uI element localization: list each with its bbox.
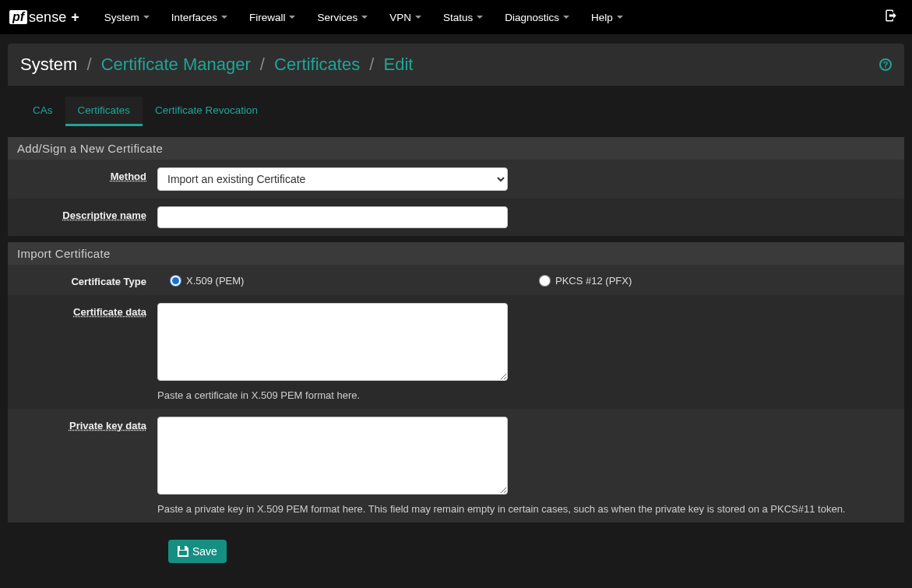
label-key-data: Private key data [17, 417, 157, 431]
breadcrumb-bar: System / Certificate Manager / Certifica… [8, 44, 904, 86]
row-key-data: Private key data Paste a private key in … [8, 409, 904, 523]
nav-item-status[interactable]: Status [432, 2, 494, 33]
nav-label: Diagnostics [505, 12, 559, 23]
crumb-system[interactable]: System [20, 55, 77, 74]
radio-pem-input[interactable] [170, 275, 181, 287]
crumb-cert-manager[interactable]: Certificate Manager [101, 55, 251, 74]
tab-revocation[interactable]: Certificate Revocation [143, 97, 270, 126]
nav-label: Help [591, 12, 613, 23]
logo-plus: + [71, 9, 79, 26]
crumb-sep: / [260, 55, 265, 74]
nav-item-diagnostics[interactable]: Diagnostics [494, 2, 580, 33]
save-button[interactable]: Save [168, 540, 227, 563]
panel-heading: Add/Sign a New Certificate [8, 137, 904, 160]
tab-cas[interactable]: CAs [20, 97, 65, 126]
row-cert-type: Certificate Type X.509 (PEM) PKCS #12 (P… [8, 265, 904, 295]
nav-item-firewall[interactable]: Firewall [238, 2, 307, 33]
chevron-down-icon [415, 16, 421, 19]
panel-import: Import Certificate Certificate Type X.50… [8, 242, 904, 523]
control-col [157, 206, 895, 228]
row-method: Method Import an existing Certificate [8, 160, 904, 199]
label-cert-data: Certificate data [17, 303, 157, 318]
chevron-down-icon [563, 16, 569, 19]
nav-label: System [104, 12, 139, 23]
control-col: Paste a private key in X.509 PEM format … [157, 417, 895, 515]
nav-item-vpn[interactable]: VPN [379, 2, 432, 33]
radio-pfx-label: PKCS #12 (PFX) [555, 275, 632, 287]
key-data-textarea[interactable] [157, 417, 508, 495]
crumb-sep: / [86, 55, 91, 74]
radio-pem-label: X.509 (PEM) [186, 275, 244, 287]
nav-label: VPN [389, 12, 411, 23]
crumb-edit[interactable]: Edit [384, 55, 414, 74]
crumb-certificates[interactable]: Certificates [274, 55, 360, 74]
panel-body: Certificate Type X.509 (PEM) PKCS #12 (P… [8, 265, 904, 523]
help-icon[interactable]: ? [879, 58, 892, 71]
chevron-down-icon [361, 16, 368, 19]
nav-item-system[interactable]: System [93, 2, 160, 33]
label-descriptive-name: Descriptive name [17, 206, 157, 221]
logo-sense: sense [29, 9, 66, 26]
actions-row: Save [8, 529, 904, 579]
label-method: Method [17, 167, 157, 182]
nav-label: Status [443, 12, 473, 23]
nav-menu: System Interfaces Firewall Services VPN … [93, 2, 634, 33]
nav-label: Firewall [249, 12, 286, 23]
method-select[interactable]: Import an existing Certificate [157, 167, 508, 191]
tab-certificates[interactable]: Certificates [65, 97, 143, 126]
chevron-down-icon [289, 16, 295, 19]
panel-body: Method Import an existing Certificate De… [8, 160, 904, 236]
chevron-down-icon [143, 16, 150, 19]
control-col: Import an existing Certificate [157, 167, 895, 191]
save-label: Save [192, 545, 217, 558]
radio-row: X.509 (PEM) PKCS #12 (PFX) [157, 273, 895, 287]
save-icon [178, 546, 188, 557]
chevron-down-icon [617, 16, 623, 19]
tabs: CAs Certificates Certificate Revocation [8, 90, 904, 126]
navbar-left: pf sense + System Interfaces Firewall Se… [9, 2, 634, 33]
help-cert-data: Paste a certificate in X.509 PEM format … [157, 389, 895, 401]
nav-item-services[interactable]: Services [306, 2, 379, 33]
label-cert-type: Certificate Type [17, 273, 157, 287]
nav-label: Interfaces [171, 12, 217, 23]
control-col: Paste a certificate in X.509 PEM format … [157, 303, 895, 401]
row-descriptive-name: Descriptive name [8, 199, 904, 236]
help-key-data: Paste a private key in X.509 PEM format … [157, 503, 895, 515]
nav-item-interfaces[interactable]: Interfaces [160, 2, 238, 33]
radio-pfx[interactable]: PKCS #12 (PFX) [539, 275, 632, 287]
row-cert-data: Certificate data Paste a certificate in … [8, 295, 904, 409]
descriptive-name-input[interactable] [157, 206, 508, 228]
logo-pf: pf [9, 10, 27, 24]
radio-pfx-input[interactable] [539, 275, 551, 287]
top-navbar: pf sense + System Interfaces Firewall Se… [0, 0, 912, 34]
crumb-sep: / [369, 55, 374, 74]
breadcrumb: System / Certificate Manager / Certifica… [20, 55, 413, 75]
logout-icon[interactable] [879, 9, 903, 26]
page: System / Certificate Manager / Certifica… [0, 34, 912, 588]
nav-label: Services [317, 12, 357, 23]
panel-add-sign: Add/Sign a New Certificate Method Import… [8, 137, 904, 236]
chevron-down-icon [221, 16, 227, 19]
panel-heading: Import Certificate [8, 242, 904, 265]
nav-item-help[interactable]: Help [580, 2, 634, 33]
chevron-down-icon [477, 16, 483, 19]
cert-data-textarea[interactable] [157, 303, 508, 381]
control-col: X.509 (PEM) PKCS #12 (PFX) [157, 273, 895, 287]
logo[interactable]: pf sense + [9, 9, 79, 26]
radio-pem[interactable]: X.509 (PEM) [157, 275, 539, 287]
